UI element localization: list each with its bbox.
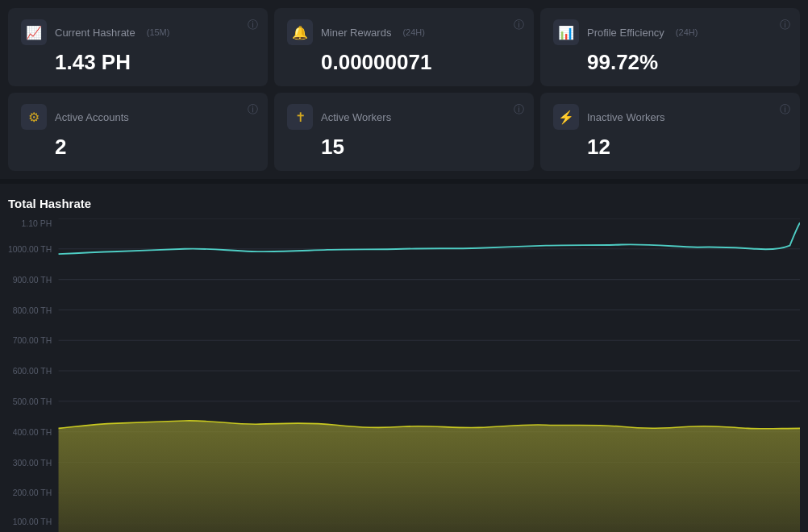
stat-value: 15 [321, 135, 521, 160]
current-hashrate-icon: 📈 [21, 19, 47, 45]
info-icon[interactable]: ⓘ [248, 102, 258, 117]
card-header: ⚙ Active Accounts [21, 104, 255, 130]
stat-subtitle: (24H) [402, 27, 425, 37]
svg-text:100.00 TH: 100.00 TH [13, 517, 52, 526]
stat-value: 12 [587, 135, 787, 160]
stat-title: Inactive Workers [587, 111, 665, 123]
stat-value: 0.00000071 [321, 50, 521, 75]
stat-card-active-accounts: ⚙ Active Accounts 2 ⓘ [8, 93, 268, 171]
stat-title: Active Workers [321, 111, 391, 123]
stat-subtitle: (15M) [147, 27, 170, 37]
info-icon[interactable]: ⓘ [514, 102, 524, 117]
stats-row-1: 📈 Current Hashrate (15M) 1.43 PH ⓘ 🔔 Min… [0, 0, 808, 86]
inactive-workers-icon: ⚡ [553, 104, 579, 130]
svg-text:600.00 TH: 600.00 TH [13, 368, 52, 376]
card-header: 🔔 Miner Rewards (24H) [287, 19, 521, 45]
stat-card-miner-rewards: 🔔 Miner Rewards (24H) 0.00000071 ⓘ [274, 8, 534, 86]
card-header: 📊 Profile Efficiency (24H) [553, 19, 787, 45]
stat-subtitle: (24H) [676, 27, 698, 37]
card-header: 📈 Current Hashrate (15M) [21, 19, 255, 45]
stat-card-inactive-workers: ⚡ Inactive Workers 12 ⓘ [540, 93, 800, 171]
chart-container: 0.00 H 100.00 TH 200.00 TH 300.00 TH 400… [8, 218, 800, 532]
stat-title: Miner Rewards [321, 27, 391, 39]
svg-text:300.00 TH: 300.00 TH [13, 459, 52, 468]
stat-value: 1.43 PH [55, 50, 255, 75]
stat-card-active-workers: ✝ Active Workers 15 ⓘ [274, 93, 534, 171]
info-icon[interactable]: ⓘ [780, 102, 790, 117]
stats-row-2: ⚙ Active Accounts 2 ⓘ ✝ Active Workers 1… [0, 86, 808, 171]
info-icon[interactable]: ⓘ [248, 18, 258, 32]
hashrate-chart: 0.00 H 100.00 TH 200.00 TH 300.00 TH 400… [8, 218, 800, 532]
svg-text:1.10 PH: 1.10 PH [22, 220, 52, 229]
chart-section: Total Hashrate 0.00 H 100. [0, 184, 808, 532]
active-workers-icon: ✝ [287, 104, 313, 130]
svg-text:200.00 TH: 200.00 TH [13, 489, 52, 498]
stat-title: Active Accounts [55, 111, 129, 123]
stat-card-current-hashrate: 📈 Current Hashrate (15M) 1.43 PH ⓘ [8, 8, 268, 86]
stat-title: Current Hashrate [55, 27, 135, 39]
svg-text:700.00 TH: 700.00 TH [13, 337, 52, 346]
svg-text:500.00 TH: 500.00 TH [13, 397, 52, 406]
svg-text:400.00 TH: 400.00 TH [13, 428, 52, 437]
info-icon[interactable]: ⓘ [780, 18, 790, 32]
svg-text:1000.00 TH: 1000.00 TH [8, 245, 52, 254]
card-header: ⚡ Inactive Workers [553, 104, 787, 130]
stat-value: 2 [55, 135, 255, 160]
info-icon[interactable]: ⓘ [514, 18, 524, 32]
svg-text:800.00 TH: 800.00 TH [13, 306, 52, 315]
card-header: ✝ Active Workers [287, 104, 521, 130]
profile-efficiency-icon: 📊 [553, 19, 579, 45]
active-accounts-icon: ⚙ [21, 104, 47, 130]
stat-title: Profile Efficiency [587, 27, 664, 39]
stat-card-profile-efficiency: 📊 Profile Efficiency (24H) 99.72% ⓘ [540, 8, 800, 86]
stat-value: 99.72% [587, 50, 787, 75]
svg-text:900.00 TH: 900.00 TH [13, 276, 52, 285]
miner-rewards-icon: 🔔 [287, 19, 313, 45]
chart-title: Total Hashrate [8, 197, 800, 210]
